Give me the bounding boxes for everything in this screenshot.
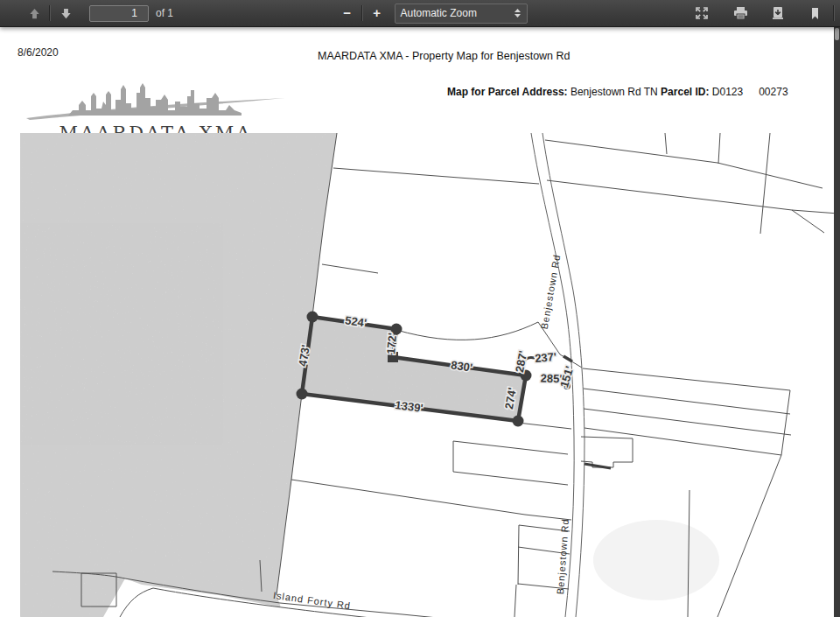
bookmark-button[interactable] [803,3,826,24]
pdf-page-canvas: 8/6/2020 MAARDATA XMA - Property Map for… [0,26,834,617]
download-icon [771,6,785,20]
vertical-scrollbar[interactable] [834,26,840,617]
select-arrows-icon [514,8,522,18]
previous-page-button[interactable] [23,3,46,24]
zoom-in-button[interactable]: + [367,3,388,24]
print-button[interactable] [729,3,752,24]
road-label: Benjestown Rd [539,253,563,330]
toolbar-separator [361,5,363,21]
printer-icon [733,6,748,20]
toolbar-separator [833,5,835,21]
zoom-level-select[interactable]: Automatic Zoom [395,4,528,24]
measurement-label: 1339' [395,398,424,415]
toolbar-separator [49,5,51,21]
page-number-input[interactable] [89,5,149,22]
download-button[interactable] [766,3,789,24]
zoom-out-button[interactable]: − [337,3,358,24]
arrow-down-icon [60,7,73,20]
fullscreen-arrows-icon [695,6,709,20]
pdf-toolbar: of 1 − + Automatic Zoom [0,0,840,27]
shaded-land-region [20,133,834,617]
scrollbar-thumb[interactable] [835,28,839,40]
measurement-label: 237' [535,350,557,365]
next-page-button[interactable] [54,3,77,24]
measurement-label: 172' [384,333,399,355]
arrow-up-icon [28,7,41,20]
road-labels: Benjestown RdBenjestown RdIsland Forty R… [272,253,570,611]
property-map: Benjestown RdBenjestown RdIsland Forty R… [0,26,834,617]
bookmark-icon [809,7,821,20]
presentation-mode-button[interactable] [690,3,713,24]
page-count-label: of 1 [156,7,173,19]
measurement-label: 151' [557,365,577,389]
zoom-level-value: Automatic Zoom [401,7,477,19]
